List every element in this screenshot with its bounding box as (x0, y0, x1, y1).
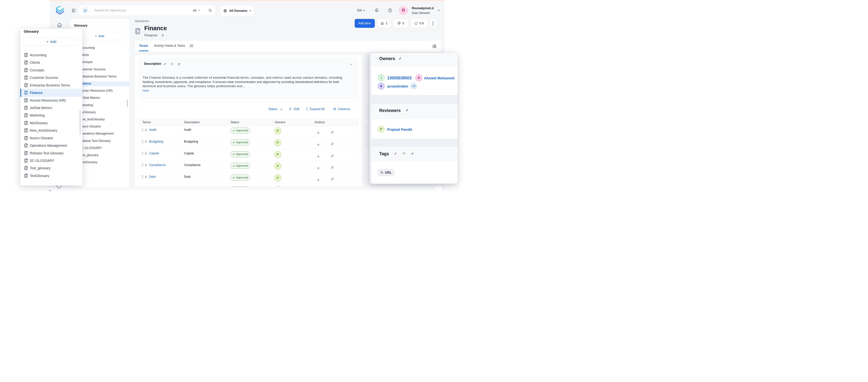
svg-text:?: ? (390, 9, 391, 12)
svg-text:?: ? (172, 63, 172, 64)
svg-text:?: ? (404, 153, 404, 154)
